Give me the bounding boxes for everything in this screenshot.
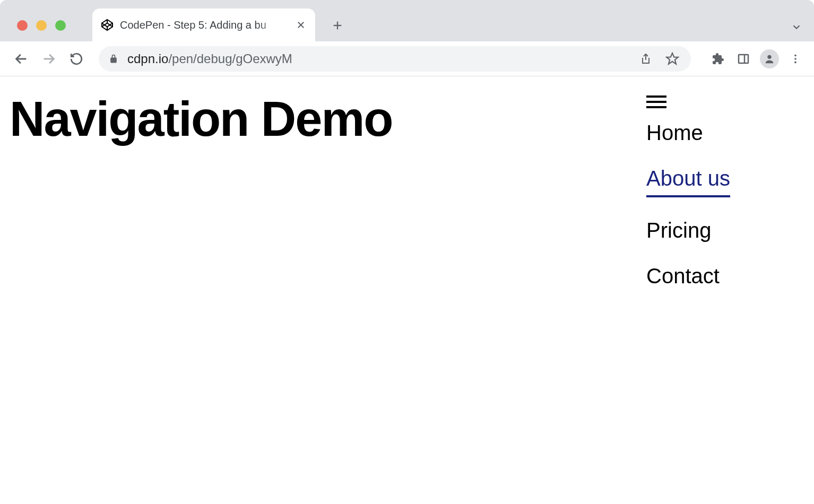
extensions-icon[interactable] — [709, 50, 727, 68]
nav-item-pricing[interactable]: Pricing — [646, 218, 730, 243]
minimize-window-button[interactable] — [36, 20, 47, 31]
new-tab-button[interactable] — [327, 15, 348, 36]
tab-search-dropdown-icon[interactable] — [791, 21, 802, 35]
svg-point-12 — [767, 55, 771, 58]
forward-button[interactable] — [37, 47, 60, 71]
browser-tab[interactable]: CodePen - Step 5: Adding a bu — [92, 8, 315, 41]
maximize-window-button[interactable] — [55, 20, 66, 31]
browser-toolbar: cdpn.io/pen/debug/gOexwyM — [0, 41, 814, 76]
tab-title: CodePen - Step 5: Adding a bu — [120, 19, 291, 31]
nav-item-home[interactable]: Home — [646, 120, 730, 145]
address-bar[interactable]: cdpn.io/pen/debug/gOexwyM — [99, 46, 691, 72]
nav-item-about[interactable]: About us — [646, 166, 730, 197]
navigation-menu: Home About us Pricing Contact — [646, 92, 804, 289]
lock-icon — [108, 54, 119, 64]
side-panel-icon[interactable] — [734, 50, 752, 68]
svg-marker-9 — [666, 53, 678, 64]
browser-chrome: CodePen - Step 5: Adding a bu — [0, 0, 814, 76]
hamburger-menu-icon[interactable] — [646, 95, 666, 108]
window-controls — [17, 20, 66, 31]
bookmark-star-icon[interactable] — [663, 50, 681, 68]
page-viewport: Navigation Demo Home About us Pricing Co… — [0, 76, 814, 289]
svg-point-14 — [794, 58, 796, 60]
menu-dots-icon[interactable] — [786, 50, 804, 68]
close-window-button[interactable] — [17, 20, 28, 31]
nav-list: Home About us Pricing Contact — [646, 120, 730, 289]
url-path: /pen/debug/gOexwyM — [168, 51, 292, 66]
share-icon[interactable] — [636, 50, 654, 68]
url-domain: cdpn.io — [127, 51, 168, 66]
profile-avatar-icon[interactable] — [760, 49, 779, 68]
svg-point-15 — [794, 61, 796, 63]
nav-item-contact[interactable]: Contact — [646, 263, 730, 289]
codepen-favicon-icon — [101, 19, 114, 31]
url-text: cdpn.io/pen/debug/gOexwyM — [127, 51, 292, 66]
page-heading: Navigation Demo — [10, 92, 392, 146]
svg-rect-10 — [739, 55, 748, 63]
back-button[interactable] — [10, 47, 33, 71]
tab-bar: CodePen - Step 5: Adding a bu — [0, 0, 814, 41]
close-tab-icon[interactable] — [296, 20, 306, 30]
reload-button[interactable] — [65, 47, 88, 71]
svg-point-13 — [794, 54, 796, 56]
